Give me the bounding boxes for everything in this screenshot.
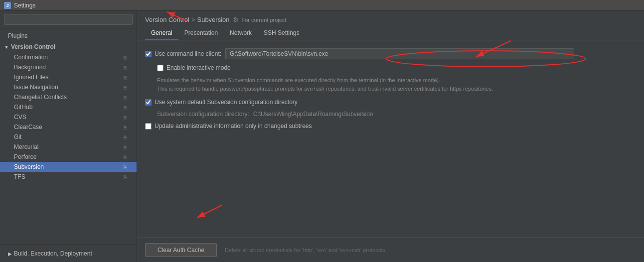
ignored-files-copy-icon: ⎘ [122,74,129,81]
sidebar-child-perforce[interactable]: Perforce ⎘ [0,152,137,162]
tab-presentation[interactable]: Presentation [178,26,224,40]
app-icon: J [4,2,11,9]
git-copy-icon: ⎘ [122,133,129,140]
update-admin-label: Update administrative information only i… [155,123,312,130]
sidebar-build-label: Build, Execution, Deployment [14,250,92,257]
sidebar-child-clearcase[interactable]: ClearCase ⎘ [0,122,137,132]
issue-nav-copy-icon: ⎘ [122,84,129,91]
sidebar-perforce-label: Perforce [14,153,36,160]
sidebar-section-version-control[interactable]: ▼ Version Control [0,41,137,52]
use-system-default-checkbox[interactable] [145,99,152,106]
update-admin-row: Update administrative information only i… [145,123,636,130]
svn-path-input[interactable] [225,48,574,59]
sidebar-footer-build[interactable]: ▶ Build, Execution, Deployment [4,248,133,259]
content-area: Version Control > Subversion ⚙ For curre… [137,11,644,262]
sidebar-git-label: Git [14,133,21,140]
sidebar-child-cvs[interactable]: CVS ⎘ [0,112,137,122]
sidebar-footer: ▶ Build, Execution, Deployment [0,245,137,262]
clearcase-copy-icon: ⎘ [122,124,129,131]
sidebar-child-changelist-conflicts[interactable]: Changelist Conflicts ⎘ [0,92,137,102]
sidebar-cvs-label: CVS [14,114,26,121]
version-control-arrow: ▼ [4,44,9,50]
sidebar-background-label: Background [14,64,46,71]
sidebar: Plugins ▼ Version Control Confirmation ⎘… [0,11,137,262]
clear-cache-help-text: Delete all stored credentials for 'http'… [225,247,385,253]
use-system-default-row: Use system default Subversion configurat… [145,99,636,106]
title-bar: J Settings [0,0,644,11]
sidebar-plugins-label: Plugins [8,32,27,39]
sidebar-subversion-label: Subversion [14,163,44,170]
confirmation-copy-icon: ⎘ [122,54,129,61]
sidebar-child-ignored-files[interactable]: Ignored Files ⎘ [0,72,137,82]
use-command-line-checkbox[interactable] [145,51,152,57]
breadcrumb-current: Subversion [197,16,229,23]
sidebar-ignored-files-label: Ignored Files [14,74,48,81]
config-dir-value: C:\Users\Ming\AppData\Roaming\Subversion [253,111,373,118]
description-text: Emulates the behavior when Subversion co… [157,76,636,93]
sidebar-item-plugins[interactable]: Plugins [0,30,137,41]
use-system-default-label: Use system default Subversion configurat… [155,99,298,106]
tfs-copy-icon: ⎘ [122,173,129,180]
update-admin-checkbox[interactable] [145,123,152,130]
sidebar-changelist-conflicts-label: Changelist Conflicts [14,94,67,101]
config-dir-row: Subversion configuration directory: C:\U… [145,111,636,118]
sidebar-clearcase-label: ClearCase [14,124,42,131]
clear-cache-button[interactable]: Clear Auth Cache [145,243,217,257]
tab-general[interactable]: General [145,26,178,40]
enable-interactive-label: Enable interactive mode [166,64,231,71]
perforce-copy-icon: ⎘ [122,153,129,160]
sidebar-content: Plugins ▼ Version Control Confirmation ⎘… [0,28,137,245]
enable-interactive-row: Enable interactive mode [157,64,636,71]
tab-network[interactable]: Network [224,26,258,40]
sidebar-child-tfs[interactable]: TFS ⎘ [0,172,137,182]
sidebar-child-issue-navigation[interactable]: Issue Navigation ⎘ [0,82,137,92]
search-input[interactable] [4,14,133,25]
sidebar-child-git[interactable]: Git ⎘ [0,132,137,142]
sidebar-github-label: GitHub [14,104,32,111]
mercurial-copy-icon: ⎘ [122,143,129,150]
breadcrumb-separator: > [191,16,195,23]
config-dir-label: Subversion configuration directory: [157,111,249,118]
github-copy-icon: ⎘ [122,104,129,111]
search-bar [0,11,137,28]
sidebar-child-github[interactable]: GitHub ⎘ [0,102,137,112]
sidebar-issue-navigation-label: Issue Navigation [14,84,58,91]
changelist-copy-icon: ⎘ [122,94,129,101]
subversion-copy-icon: ⎘ [122,163,129,170]
settings-content: Use command line client: Enable interact… [137,40,644,238]
title-bar-label: Settings [14,2,35,9]
tab-ssh-settings[interactable]: SSH Settings [258,26,305,40]
breadcrumb-project: For current project [242,17,287,23]
bottom-bar: Clear Auth Cache Delete all stored crede… [137,238,644,262]
sidebar-child-mercurial[interactable]: Mercurial ⎘ [0,142,137,152]
breadcrumb-icon: ⚙ [233,16,239,23]
background-copy-icon: ⎘ [122,64,129,71]
sidebar-tfs-label: TFS [14,173,25,180]
use-command-line-row: Use command line client: [145,48,636,59]
sidebar-version-control-label: Version Control [11,43,55,50]
enable-interactive-checkbox[interactable] [157,65,163,71]
tabs: General Presentation Network SSH Setting… [137,26,644,40]
cvs-copy-icon: ⎘ [122,114,129,121]
sidebar-child-background[interactable]: Background ⎘ [0,62,137,72]
breadcrumb: Version Control > Subversion ⚙ For curre… [137,11,644,26]
sidebar-child-subversion[interactable]: Subversion ⎘ [0,162,137,172]
breadcrumb-parent: Version Control [145,16,189,23]
sidebar-child-confirmation[interactable]: Confirmation ⎘ [0,52,137,62]
sidebar-mercurial-label: Mercurial [14,143,38,150]
use-command-line-label: Use command line client: [155,50,221,57]
sidebar-confirmation-label: Confirmation [14,54,48,61]
build-arrow: ▶ [8,251,12,257]
